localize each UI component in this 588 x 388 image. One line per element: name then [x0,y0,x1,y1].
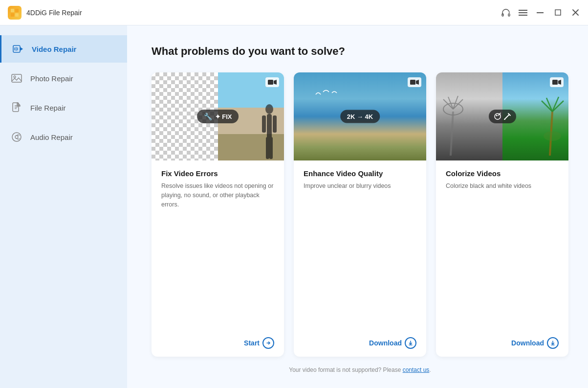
card-image-fix: 🔧 ✦ FIX [152,72,284,160]
card-desc-colorize: Colorize black and white videos [446,182,559,329]
svg-point-27 [265,104,273,114]
svg-rect-18 [12,74,22,82]
card-image-colorize [436,72,568,160]
photo-icon [10,71,23,85]
svg-point-51 [544,131,561,141]
svg-marker-14 [20,47,23,51]
page-title: What problems do you want to solve? [152,45,568,58]
titlebar-controls [501,8,580,18]
download-button-colorize[interactable]: Download [511,337,559,349]
card-action-fix: Start [161,337,274,349]
maximize-button[interactable] [553,8,563,18]
card-action-colorize: Download [446,337,559,349]
menu-icon[interactable] [519,9,527,16]
svg-line-40 [451,112,453,156]
sidebar-item-audio-repair[interactable]: Audio Repair [0,123,127,151]
svg-rect-3 [15,13,19,17]
file-icon [10,101,23,114]
main-layout: Video Repair Photo Repair [0,25,588,388]
svg-line-58 [504,114,509,119]
svg-point-55 [496,115,497,116]
download-circle-icon-enhance [405,337,416,349]
sidebar: Video Repair Photo Repair [0,25,127,388]
start-circle-icon [262,337,274,349]
cards-row: 🔧 ✦ FIX Fix Video Errors Resolve issues … [152,72,568,357]
svg-rect-29 [262,115,266,133]
download-label-colorize: Download [511,339,544,347]
colorize-badge [489,110,516,123]
app-logo [8,6,22,20]
card-body-fix: Fix Video Errors Resolve issues like vid… [152,160,284,357]
svg-rect-31 [266,137,269,159]
svg-line-47 [542,101,552,112]
svg-point-26 [15,136,18,138]
card-title-enhance: Enhance Video Quality [304,169,416,178]
sidebar-label-audio-repair: Audio Repair [30,133,73,141]
card-title-fix: Fix Video Errors [161,169,274,178]
footer-note: Your video format is not supported? Plea… [152,366,568,373]
titlebar-left: 4DDiG File Repair [8,6,82,20]
fix-badge-text: ✦ FIX [215,113,232,120]
svg-line-49 [546,98,552,112]
card-action-enhance: Download [304,337,416,349]
video-camera-icon [265,77,279,87]
app-title: 4DDiG File Repair [26,9,82,17]
card-body-enhance: Enhance Video Quality Improve unclear or… [294,160,426,357]
card-fix-video-errors: 🔧 ✦ FIX Fix Video Errors Resolve issues … [152,72,284,357]
svg-marker-34 [274,80,277,85]
svg-rect-1 [15,9,19,12]
card-image-enhance: 2K → 4K [294,72,426,160]
start-button[interactable]: Start [244,337,274,349]
footer-text-after: . [429,366,431,373]
card-body-colorize: Colorize Videos Colorize black and white… [436,160,568,357]
sidebar-item-video-repair[interactable]: Video Repair [0,35,127,63]
titlebar: 4DDiG File Repair [0,0,588,25]
svg-rect-0 [11,9,14,12]
svg-rect-33 [268,80,273,85]
svg-rect-36 [410,80,415,85]
fix-badge: 🔧 ✦ FIX [197,110,239,123]
close-button[interactable] [570,8,580,18]
card-desc-fix: Resolve issues like videos not opening o… [161,182,274,329]
card-colorize-videos: Colorize Videos Colorize black and white… [436,72,568,357]
svg-rect-5 [508,14,510,16]
card-enhance-video: 2K → 4K Enhance Video Quality Improve un… [294,72,426,357]
audio-icon [10,130,23,144]
svg-rect-28 [267,114,272,138]
footer-text: Your video format is not supported? Plea… [289,366,402,373]
card-desc-enhance: Improve unclear or blurry videos [304,182,416,329]
sidebar-label-video-repair: Video Repair [32,45,76,53]
card-title-colorize: Colorize Videos [446,169,559,178]
headset-icon[interactable] [501,8,511,18]
svg-rect-52 [552,80,558,85]
enhance-badge: 2K → 4K [340,110,380,123]
sidebar-item-file-repair[interactable]: File Repair [0,94,127,121]
sidebar-label-photo-repair: Photo Repair [30,74,73,83]
svg-rect-2 [11,13,14,17]
download-circle-icon-colorize [547,337,559,349]
svg-rect-30 [273,115,277,133]
video-camera-icon-3 [550,77,564,87]
svg-marker-37 [416,80,419,85]
download-button-enhance[interactable]: Download [369,337,416,349]
video-camera-icon-2 [408,77,421,87]
svg-rect-10 [555,10,561,15]
video-icon [11,42,25,56]
sidebar-item-photo-repair[interactable]: Photo Repair [0,65,127,92]
sidebar-label-file-repair: File Repair [30,104,66,112]
enhance-badge-text: 2K → 4K [347,113,373,120]
minimize-button[interactable] [535,8,545,18]
download-label-enhance: Download [369,339,402,347]
svg-rect-32 [269,137,273,159]
wrench-symbol: 🔧 [204,113,212,120]
svg-point-19 [14,76,16,78]
content-area: What problems do you want to solve? [127,25,588,388]
contact-us-link[interactable]: contact us [403,366,430,373]
start-label: Start [244,339,260,347]
svg-rect-13 [13,46,20,52]
svg-marker-53 [558,80,561,85]
svg-point-25 [12,133,21,141]
